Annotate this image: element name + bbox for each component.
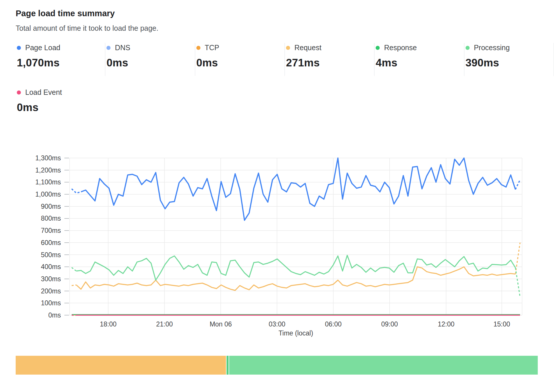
bar-segment-processing [229,356,538,375]
svg-text:1,100ms: 1,100ms [35,178,61,186]
processing-legend-dot [466,46,470,50]
svg-text:09:00: 09:00 [381,320,398,328]
svg-text:Time (local): Time (local) [278,329,313,337]
load-event-label: Load Event [25,88,62,97]
svg-text:700ms: 700ms [41,227,61,234]
svg-text:500ms: 500ms [41,251,61,259]
x-grid-and-labels: 18:0021:00Mon 0603:0006:0009:0012:0015:0… [70,158,522,337]
metric-load-event: Load Event0ms [16,88,106,121]
page-subtitle: Total amount of time it took to load the… [16,24,554,32]
svg-text:900ms: 900ms [41,203,61,210]
svg-text:Mon 06: Mon 06 [210,320,232,328]
svg-text:18:00: 18:00 [100,320,117,328]
bar-segment-request [16,356,226,375]
metric-dns: DNS0ms [105,43,195,76]
tcp-legend-dot [196,46,200,50]
metrics-row-1: Page Load1,070msDNS0msTCP0msRequest271ms… [16,43,554,76]
svg-text:1,300ms: 1,300ms [35,154,61,162]
series-request [72,243,520,291]
svg-text:0ms: 0ms [48,311,61,319]
svg-text:100ms: 100ms [41,299,61,307]
svg-text:1,200ms: 1,200ms [35,166,61,174]
request-label: Request [294,43,321,52]
load-event-value: 0ms [17,101,106,114]
processing-value: 390ms [466,57,554,69]
svg-text:300ms: 300ms [41,275,61,283]
page-title: Page load time summary [16,9,554,18]
svg-text:600ms: 600ms [41,239,61,246]
response-label: Response [384,43,417,52]
metrics-row-2: Load Event0ms [16,88,554,121]
load-event-legend-dot [17,90,21,95]
dns-value: 0ms [106,57,195,69]
response-value: 4ms [376,57,464,69]
response-legend-dot [376,46,380,50]
metric-request: Request271ms [285,43,374,76]
tcp-value: 0ms [196,57,285,69]
dns-label: DNS [115,43,130,52]
page-load-value: 1,070ms [17,57,105,69]
metric-page-load: Page Load1,070ms [16,43,105,76]
page-load-label: Page Load [25,43,60,52]
svg-text:1,000ms: 1,000ms [35,190,61,198]
metric-response: Response4ms [374,43,464,76]
series-page-load [72,158,520,220]
metric-processing: Processing390ms [464,43,554,76]
svg-text:15:00: 15:00 [493,320,510,328]
svg-text:12:00: 12:00 [438,320,455,328]
svg-text:03:00: 03:00 [269,320,285,328]
svg-text:21:00: 21:00 [156,320,173,328]
metric-tcp: TCP0ms [195,43,285,76]
processing-label: Processing [474,43,510,52]
header: Page load time summary Total amount of t… [0,0,554,32]
time-range-bar [16,356,538,375]
dns-legend-dot [106,46,111,50]
svg-text:400ms: 400ms [41,263,61,271]
bar-segment-transition [227,356,229,375]
svg-text:800ms: 800ms [41,215,61,222]
svg-text:200ms: 200ms [41,287,61,295]
svg-text:06:00: 06:00 [325,320,342,328]
timeseries-chart: 0ms100ms200ms300ms400ms500ms600ms700ms80… [0,124,554,337]
request-legend-dot [286,46,290,50]
request-value: 271ms [286,57,374,69]
tcp-label: TCP [205,43,219,52]
page-load-legend-dot [17,46,21,50]
chart-wrap: 0ms100ms200ms300ms400ms500ms600ms700ms80… [0,124,554,338]
